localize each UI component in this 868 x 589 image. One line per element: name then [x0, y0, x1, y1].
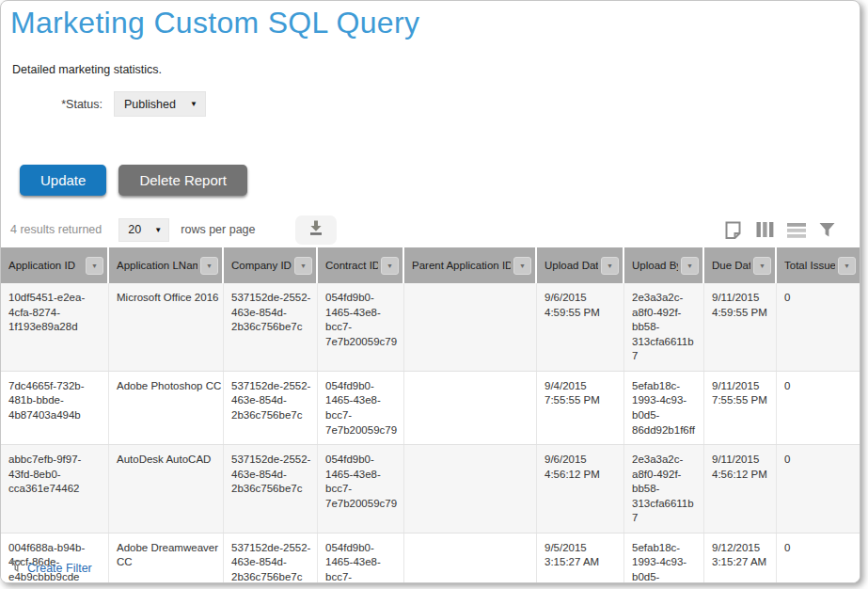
column-filter-button[interactable]: ▼	[200, 257, 218, 275]
cell-application-lname: AutoDesk AutoCAD	[109, 445, 224, 533]
download-button[interactable]	[295, 215, 337, 245]
cell-company-id: 537152de-2552-463e-854d-2b36c756be7c	[224, 283, 318, 371]
cell-due-date: 9/12/2015 3:15:27 AM	[704, 533, 777, 583]
column-header-company-id[interactable]: Company ID▼	[224, 247, 318, 283]
column-header-label: Company ID	[231, 260, 292, 271]
column-chooser-icon[interactable]	[756, 221, 774, 238]
table-row: 7dc4665f-732b-481b-bbde-4b87403a494bAdob…	[1, 372, 860, 445]
cell-due-date: 9/11/2015 4:56:12 PM	[704, 445, 777, 533]
cell-company-id: 537152de-2552-463e-854d-2b36c756be7c	[224, 533, 318, 583]
page-subtitle: Detailed marketing statistics.	[12, 63, 860, 76]
cell-application-lname: Adobe Dreamweaver CC	[109, 533, 224, 583]
chevron-down-icon: ▼	[607, 263, 613, 269]
cell-contract-id: 054fd9b0-1465-43e8-bcc7-7e7b20059c79	[318, 445, 404, 533]
column-filter-button[interactable]: ▼	[294, 257, 312, 275]
column-header-label: Application ID	[8, 260, 75, 271]
chevron-down-icon: ▼	[759, 263, 765, 269]
cell-total-issues: 0	[777, 533, 860, 583]
cell-application-lname: Adobe Photoshop CC	[109, 372, 224, 444]
cell-due-date: 9/11/2015 7:55:55 PM	[704, 372, 777, 444]
table-body: 10df5451-e2ea-4cfa-8274-1f193e89a28dMicr…	[1, 283, 860, 583]
cell-company-id: 537152de-2552-463e-854d-2b36c756be7c	[224, 445, 318, 533]
column-filter-button[interactable]: ▼	[86, 257, 103, 275]
results-table: Application ID▼Application LName▼Company…	[1, 247, 860, 583]
cell-application-lname: Microsoft Office 2016	[109, 283, 224, 371]
cell-parent-application-id	[404, 533, 537, 583]
chevron-down-icon: ▼	[154, 226, 162, 234]
column-header-label: Total Issues	[784, 260, 835, 271]
column-header-total-issues[interactable]: Total Issues▼	[777, 247, 860, 283]
status-label: *Status:	[1, 98, 103, 111]
action-buttons: Update Delete Report	[20, 165, 860, 196]
column-header-label: Upload By	[632, 260, 678, 271]
footer-bar: Create Filter	[10, 560, 92, 577]
column-header-parent-application-id[interactable]: Parent Application ID▼	[404, 247, 537, 283]
cell-total-issues: 0	[777, 283, 860, 371]
table-row: 10df5451-e2ea-4cfa-8274-1f193e89a28dMicr…	[1, 283, 860, 372]
cell-contract-id: 054fd9b0-1465-43e8-bcc7-7e7b20059c79	[318, 372, 404, 444]
cell-due-date: 9/11/2015 4:59:55 PM	[704, 283, 777, 371]
rows-per-page-label: rows per page	[181, 223, 255, 236]
cell-upload-by: 5efab18c-1993-4c93-b0d5-86dd92b1f6ff	[624, 372, 704, 444]
column-header-label: Contract ID	[325, 260, 378, 271]
row-layout-icon[interactable]	[787, 221, 806, 238]
column-header-upload-by[interactable]: Upload By▼	[624, 247, 704, 283]
status-form-row: *Status: Published ▼	[1, 91, 860, 117]
column-header-upload-date[interactable]: Upload Date▼	[537, 247, 624, 283]
table-row: 004f688a-b94b-4ccf-86de-e4b9cbbb9cdeAdob…	[1, 533, 860, 583]
cell-upload-date: 9/6/2015 4:59:55 PM	[537, 283, 624, 371]
page-title: Marketing Custom SQL Query	[10, 5, 860, 40]
create-filter-link[interactable]: Create Filter	[27, 562, 92, 575]
delete-report-button[interactable]: Delete Report	[118, 165, 247, 196]
column-header-label: Application LName	[117, 260, 197, 271]
cell-application-id: 10df5451-e2ea-4cfa-8274-1f193e89a28d	[1, 283, 109, 371]
status-select-value: Published	[124, 98, 176, 111]
cell-parent-application-id	[404, 372, 537, 444]
column-filter-button[interactable]: ▼	[513, 257, 531, 275]
column-header-label: Upload Date	[544, 260, 598, 271]
chevron-down-icon: ▼	[300, 263, 307, 269]
column-filter-button[interactable]: ▼	[381, 257, 399, 275]
cell-contract-id: 054fd9b0-1465-43e8-bcc7-7e7b20059c79	[318, 533, 404, 583]
chevron-down-icon: ▼	[387, 263, 393, 269]
column-header-due-date[interactable]: Due Date▼	[704, 247, 777, 283]
cell-company-id: 537152de-2552-463e-854d-2b36c756be7c	[224, 372, 318, 444]
chevron-down-icon: ▼	[844, 263, 850, 269]
cell-total-issues: 0	[777, 372, 860, 444]
column-header-label: Due Date	[712, 260, 750, 271]
column-filter-button[interactable]: ▼	[753, 257, 771, 275]
cell-upload-by: 2e3a3a2c-a8f0-492f-bb58-313cfa6611b7	[624, 445, 704, 533]
download-icon	[308, 219, 324, 240]
cell-application-id: abbc7efb-9f97-43fd-8eb0-cca361e74462	[1, 445, 109, 533]
column-header-application-lname[interactable]: Application LName▼	[109, 247, 224, 283]
update-button[interactable]: Update	[20, 165, 106, 196]
export-page-icon[interactable]	[723, 220, 743, 240]
cell-parent-application-id	[404, 445, 537, 533]
filter-icon[interactable]	[819, 222, 835, 238]
table-tools	[723, 220, 835, 240]
results-bar: 4 results returned 20 ▼ rows per page	[10, 215, 850, 245]
column-header-label: Parent Application ID	[412, 260, 511, 271]
chevron-down-icon: ▼	[190, 100, 197, 108]
column-header-application-id[interactable]: Application ID▼	[1, 247, 109, 283]
chevron-down-icon: ▼	[687, 263, 693, 269]
status-select[interactable]: Published ▼	[114, 91, 206, 117]
column-filter-button[interactable]: ▼	[681, 257, 699, 275]
column-filter-button[interactable]: ▼	[838, 257, 856, 275]
table-header-row: Application ID▼Application LName▼Company…	[1, 247, 860, 283]
column-header-contract-id[interactable]: Contract ID▼	[318, 247, 404, 283]
page-size-select[interactable]: 20 ▼	[118, 218, 169, 242]
cell-application-id: 7dc4665f-732b-481b-bbde-4b87403a494b	[1, 372, 109, 444]
results-count-text: 4 results returned	[10, 223, 102, 236]
page-size-value: 20	[128, 223, 141, 236]
table-row: abbc7efb-9f97-43fd-8eb0-cca361e74462Auto…	[1, 445, 860, 533]
chevron-down-icon: ▼	[519, 263, 526, 269]
cell-contract-id: 054fd9b0-1465-43e8-bcc7-7e7b20059c79	[318, 283, 404, 371]
report-card: Marketing Custom SQL Query Detailed mark…	[0, 0, 860, 583]
create-filter-icon	[10, 560, 23, 577]
cell-parent-application-id	[404, 283, 537, 371]
cell-upload-date: 9/6/2015 4:56:12 PM	[537, 445, 624, 533]
cell-upload-date: 9/5/2015 3:15:27 AM	[537, 533, 624, 583]
cell-upload-by: 2e3a3a2c-a8f0-492f-bb58-313cfa6611b7	[624, 283, 704, 371]
column-filter-button[interactable]: ▼	[601, 257, 619, 275]
